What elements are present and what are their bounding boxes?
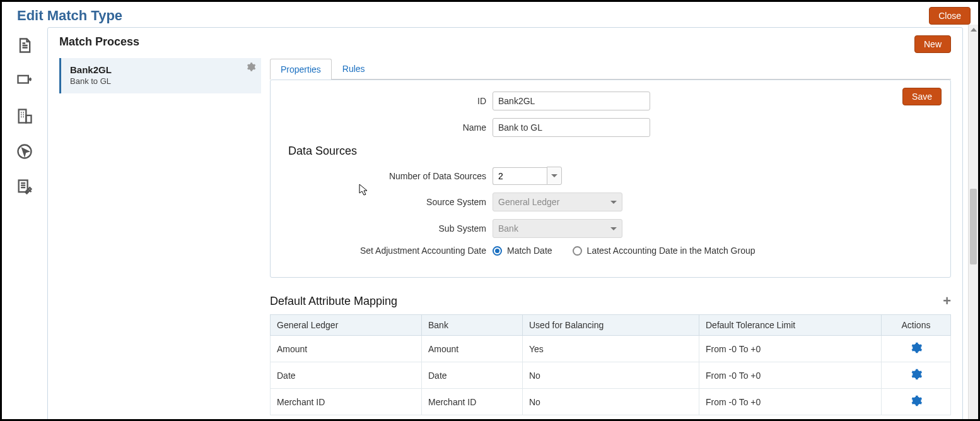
radio-match-date-label: Match Date xyxy=(507,246,552,256)
scroll-thumb[interactable] xyxy=(970,189,977,264)
sub-system-select: Bank xyxy=(493,219,622,238)
id-label: ID xyxy=(284,96,493,106)
chevron-down-icon xyxy=(610,227,617,230)
tab-properties[interactable]: Properties xyxy=(270,59,332,80)
page-title: Edit Match Type xyxy=(17,8,122,24)
new-button[interactable]: New xyxy=(914,35,951,53)
svg-rect-0 xyxy=(18,76,28,83)
row-gear-icon[interactable] xyxy=(910,341,923,354)
process-list: Bank2GL Bank to GL xyxy=(59,58,261,421)
svg-rect-2 xyxy=(26,116,31,123)
cell-tolerance: From -0 To +0 xyxy=(699,389,882,415)
cell-gl: Merchant ID xyxy=(271,389,422,415)
cell-gl: Date xyxy=(271,362,422,389)
col-tolerance: Default Tolerance Limit xyxy=(699,315,882,336)
cell-actions xyxy=(882,336,951,362)
data-sources-heading: Data Sources xyxy=(288,145,936,158)
cell-bank: Merchant ID xyxy=(422,389,523,415)
table-row: DateDateNoFrom -0 To +0 xyxy=(271,362,951,389)
transfer-icon[interactable] xyxy=(15,71,34,90)
building-icon[interactable] xyxy=(15,107,34,126)
source-system-select: General Ledger xyxy=(493,193,622,211)
cell-bank: Amount xyxy=(422,336,523,362)
process-item-subtitle: Bank to GL xyxy=(70,76,252,86)
id-input[interactable] xyxy=(493,92,650,110)
source-system-value: General Ledger xyxy=(498,197,559,207)
tab-bar: Properties Rules xyxy=(270,58,951,80)
document-icon[interactable] xyxy=(15,36,34,55)
process-item-bank2gl[interactable]: Bank2GL Bank to GL xyxy=(59,58,261,93)
col-actions: Actions xyxy=(882,315,951,336)
cell-balancing: No xyxy=(523,362,699,389)
radio-latest-date-label: Latest Accounting Date in the Match Grou… xyxy=(587,246,755,256)
cell-bank: Date xyxy=(422,362,523,389)
cell-actions xyxy=(882,389,951,415)
col-balancing: Used for Balancing xyxy=(523,315,699,336)
close-button[interactable]: Close xyxy=(929,7,971,25)
chevron-down-icon xyxy=(551,174,557,177)
name-input[interactable] xyxy=(493,118,650,137)
svg-rect-1 xyxy=(19,110,26,123)
row-gear-icon[interactable] xyxy=(910,368,923,381)
table-row: AmountAmountYesFrom -0 To +0 xyxy=(271,336,951,362)
radio-latest-date[interactable]: Latest Accounting Date in the Match Grou… xyxy=(573,246,755,256)
vertical-scrollbar[interactable] xyxy=(968,25,978,421)
cell-balancing: No xyxy=(523,389,699,415)
adj-date-label: Set Adjustment Accounting Date xyxy=(284,246,493,256)
mapping-title: Default Attribute Mapping xyxy=(270,295,397,308)
num-sources-input[interactable] xyxy=(493,167,547,185)
cell-actions xyxy=(882,362,951,389)
num-sources-label: Number of Data Sources xyxy=(284,171,493,181)
cell-balancing: Yes xyxy=(523,336,699,362)
gear-icon[interactable] xyxy=(246,62,256,74)
chevron-down-icon xyxy=(610,201,617,204)
cursor-icon[interactable] xyxy=(15,142,34,161)
table-row: Merchant IDMerchant IDNoFrom -0 To +0 xyxy=(271,389,951,415)
left-icon-rail xyxy=(2,25,47,421)
radio-match-date[interactable]: Match Date xyxy=(493,246,552,256)
cell-tolerance: From -0 To +0 xyxy=(699,336,882,362)
radio-icon xyxy=(493,246,502,256)
radio-icon xyxy=(573,246,582,256)
col-gl: General Ledger xyxy=(271,315,422,336)
save-button[interactable]: Save xyxy=(902,88,942,105)
process-item-title: Bank2GL xyxy=(70,64,252,75)
scroll-up-button[interactable] xyxy=(969,25,978,35)
section-title: Match Process xyxy=(59,35,139,49)
mapping-table: General Ledger Bank Used for Balancing D… xyxy=(270,314,951,415)
name-label: Name xyxy=(284,122,493,133)
add-mapping-button[interactable]: + xyxy=(943,293,951,309)
cell-tolerance: From -0 To +0 xyxy=(699,362,882,389)
tab-rules[interactable]: Rules xyxy=(332,58,376,79)
settings-doc-icon[interactable] xyxy=(15,177,34,196)
row-gear-icon[interactable] xyxy=(910,394,923,407)
num-sources-dropdown-button[interactable] xyxy=(547,167,562,185)
properties-form: Save ID Name Data Sources Number of Data… xyxy=(270,80,951,278)
cell-gl: Amount xyxy=(271,336,422,362)
source-system-label: Source System xyxy=(284,197,493,207)
col-bank: Bank xyxy=(422,315,523,336)
sub-system-label: Sub System xyxy=(284,223,493,234)
sub-system-value: Bank xyxy=(498,223,518,234)
